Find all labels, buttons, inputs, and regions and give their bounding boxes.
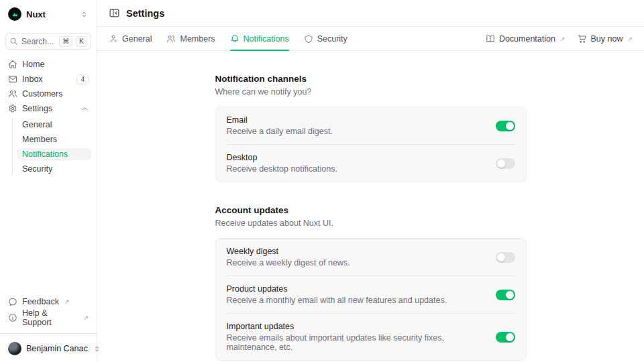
email-setting-row: Email Receive a daily email digest. [216, 107, 526, 144]
section-title: Notification channels [215, 74, 527, 84]
sidebar-item-label: Customers [22, 89, 89, 99]
kbd-k: K [76, 36, 87, 47]
weekly-digest-row: Weekly digest Receive a weekly digest of… [216, 239, 526, 276]
chat-bubble-icon [8, 297, 17, 306]
team-name: Nuxt [26, 9, 75, 19]
setting-description: Receive desktop notifications. [227, 164, 488, 174]
toggle-knob [497, 253, 505, 261]
sidebar-item-label: Notifications [22, 149, 68, 159]
collapse-sidebar-icon[interactable] [109, 7, 120, 19]
sidebar-item-label: Members [22, 135, 57, 144]
external-link-icon: ↗ [64, 298, 70, 305]
sidebar-item-settings[interactable]: Settings [5, 103, 91, 115]
tab-security[interactable]: Security [304, 27, 347, 50]
feedback-label: Feedback [22, 297, 59, 306]
page-header: Settings [97, 0, 644, 27]
notification-channels-section: Notification channels Where can we notif… [215, 74, 527, 182]
user-icon [109, 34, 118, 44]
toggle-knob [506, 291, 514, 299]
setting-description: Receive a monthly email with all new fea… [227, 296, 488, 305]
important-updates-row: Important updates Receive emails about i… [216, 314, 526, 360]
sidebar-item-notifications[interactable]: Notifications [17, 148, 91, 160]
setting-label: Weekly digest [227, 247, 488, 256]
sidebar-item-label: Settings [22, 104, 76, 113]
settings-subnav: General Members Notifications Security [12, 119, 91, 175]
cart-icon [578, 34, 587, 44]
documentation-label: Documentation [499, 34, 555, 44]
search-placeholder: Search... [21, 37, 56, 46]
notification-channels-card: Email Receive a daily email digest. Desk… [215, 107, 527, 182]
avatar [8, 342, 21, 355]
gear-icon [8, 104, 17, 113]
external-link-icon: ↗ [560, 36, 566, 42]
tab-label: Members [180, 34, 215, 44]
help-support-link[interactable]: Help & Support↗ [5, 312, 91, 324]
desktop-setting-row: Desktop Receive desktop notifications. [216, 145, 526, 182]
setting-description: Receive a weekly digest of news. [227, 258, 488, 267]
external-link-icon: ↗ [83, 314, 89, 321]
chevron-up-icon [81, 105, 89, 113]
sidebar-item-label: General [22, 120, 52, 129]
toggle-knob [506, 333, 514, 341]
user-menu[interactable]: Benjamin Canac [5, 342, 91, 357]
bell-icon [230, 34, 239, 44]
tab-label: Security [317, 34, 347, 44]
sidebar-item-general[interactable]: General [17, 119, 91, 131]
info-circle-icon [8, 313, 17, 322]
buy-now-link[interactable]: Buy now↗ [578, 34, 633, 44]
section-description: Receive updates about Nuxt UI. [215, 219, 527, 228]
sidebar-item-members[interactable]: Members [17, 133, 91, 145]
help-support-label: Help & Support [22, 308, 78, 327]
users-icon [166, 34, 176, 44]
account-updates-section: Account updates Receive updates about Nu… [215, 205, 527, 361]
inbox-icon [8, 74, 17, 84]
toggle-knob [506, 122, 514, 130]
search-icon [9, 37, 18, 46]
shield-icon [304, 34, 313, 44]
sidebar-footer: Feedback↗ Help & Support↗ Benjamin Canac [5, 296, 91, 357]
buy-now-label: Buy now [591, 34, 623, 44]
email-toggle[interactable] [496, 121, 515, 131]
tab-bar: General Members No [97, 27, 644, 51]
sidebar-item-inbox[interactable]: Inbox 4 [5, 73, 91, 85]
account-updates-card: Weekly digest Receive a weekly digest of… [215, 238, 527, 361]
sidebar-divider [0, 333, 97, 334]
documentation-link[interactable]: Documentation↗ [486, 34, 566, 44]
page-title: Settings [126, 8, 164, 19]
product-updates-row: Product updates Receive a monthly email … [216, 276, 526, 313]
tab-notifications[interactable]: Notifications [230, 27, 289, 50]
feedback-link[interactable]: Feedback↗ [5, 296, 91, 308]
user-name: Benjamin Canac [26, 344, 88, 353]
sidebar-nav: Home Inbox 4 Customers [5, 58, 91, 175]
product-updates-toggle[interactable] [496, 290, 515, 300]
desktop-toggle[interactable] [496, 158, 515, 169]
kbd-cmd: ⌘ [59, 36, 72, 47]
home-icon [8, 60, 17, 69]
chevron-up-down-icon [80, 10, 89, 19]
section-description: Where can we notify you? [215, 87, 527, 97]
sidebar-item-home[interactable]: Home [5, 58, 91, 70]
nuxt-logo-icon [8, 7, 21, 21]
sidebar: Nuxt Search... ⌘ K [0, 0, 97, 362]
tab-members[interactable]: Members [166, 27, 215, 50]
tab-label: General [122, 34, 152, 44]
section-title: Account updates [215, 205, 527, 215]
inbox-count-badge: 4 [76, 74, 89, 84]
sidebar-item-customers[interactable]: Customers [5, 88, 91, 100]
important-updates-toggle[interactable] [496, 332, 515, 343]
setting-label: Desktop [227, 153, 488, 162]
search-input[interactable]: Search... ⌘ K [5, 33, 91, 50]
setting-description: Receive emails about important updates l… [227, 333, 488, 352]
sidebar-item-security[interactable]: Security [17, 163, 91, 175]
sidebar-item-label: Security [22, 164, 52, 174]
main-area: Settings General [97, 0, 644, 362]
sidebar-item-label: Home [22, 60, 89, 69]
team-switcher[interactable]: Nuxt [5, 5, 91, 23]
book-icon [486, 34, 495, 44]
weekly-digest-toggle[interactable] [496, 252, 515, 263]
tab-label: Notifications [244, 34, 289, 44]
external-link-icon: ↗ [627, 36, 633, 42]
setting-label: Important updates [227, 322, 488, 331]
setting-description: Receive a daily email digest. [227, 127, 488, 136]
tab-general[interactable]: General [109, 27, 152, 50]
